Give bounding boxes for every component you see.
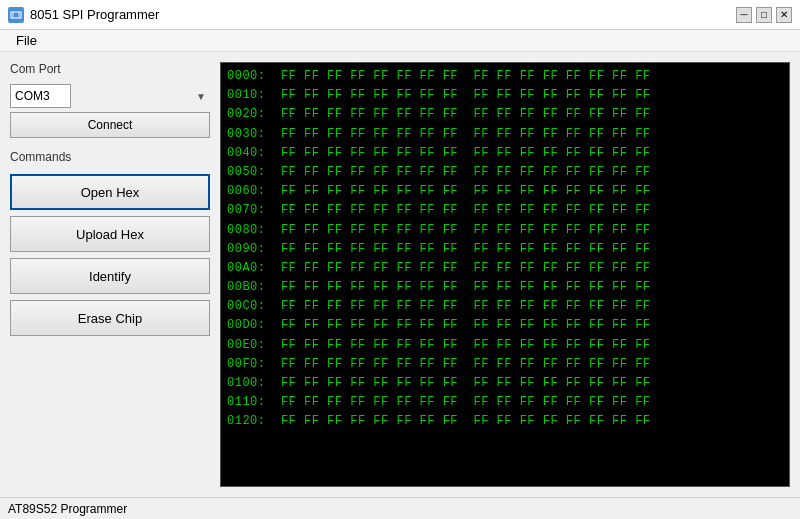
hex-line: 0060: FF FF FF FF FF FF FF FF FF FF FF F… xyxy=(227,182,783,201)
hex-line: 0080: FF FF FF FF FF FF FF FF FF FF FF F… xyxy=(227,221,783,240)
maximize-button[interactable]: □ xyxy=(756,7,772,23)
title-bar-controls[interactable]: ─ □ ✕ xyxy=(736,7,792,23)
com-port-group: Com Port COM1 COM2 COM3 COM4 ▼ Connect xyxy=(10,62,210,138)
hex-line: 0050: FF FF FF FF FF FF FF FF FF FF FF F… xyxy=(227,163,783,182)
hex-line: 00A0: FF FF FF FF FF FF FF FF FF FF FF F… xyxy=(227,259,783,278)
hex-line: 0040: FF FF FF FF FF FF FF FF FF FF FF F… xyxy=(227,144,783,163)
com-port-label: Com Port xyxy=(10,62,210,76)
hex-line: 00E0: FF FF FF FF FF FF FF FF FF FF FF F… xyxy=(227,336,783,355)
hex-line: 00F0: FF FF FF FF FF FF FF FF FF FF FF F… xyxy=(227,355,783,374)
app-icon xyxy=(8,7,24,23)
upload-hex-button[interactable]: Upload Hex xyxy=(10,216,210,252)
left-panel: Com Port COM1 COM2 COM3 COM4 ▼ Connect C… xyxy=(10,62,210,487)
hex-line: 0010: FF FF FF FF FF FF FF FF FF FF FF F… xyxy=(227,86,783,105)
hex-line: 0120: FF FF FF FF FF FF FF FF FF FF FF F… xyxy=(227,412,783,431)
hex-line: 0110: FF FF FF FF FF FF FF FF FF FF FF F… xyxy=(227,393,783,412)
status-text: AT89S52 Programmer xyxy=(8,502,127,516)
com-port-select-row: COM1 COM2 COM3 COM4 ▼ xyxy=(10,84,210,108)
identify-button[interactable]: Identify xyxy=(10,258,210,294)
menu-bar: File xyxy=(0,30,800,52)
hex-line: 00B0: FF FF FF FF FF FF FF FF FF FF FF F… xyxy=(227,278,783,297)
connect-button[interactable]: Connect xyxy=(10,112,210,138)
title-bar-left: 8051 SPI Programmer xyxy=(8,7,159,23)
window-title: 8051 SPI Programmer xyxy=(30,7,159,22)
main-content: Com Port COM1 COM2 COM3 COM4 ▼ Connect C… xyxy=(0,52,800,497)
commands-group: Commands Open Hex Upload Hex Identify Er… xyxy=(10,150,210,336)
svg-rect-0 xyxy=(11,12,21,18)
hex-display[interactable]: 0000: FF FF FF FF FF FF FF FF FF FF FF F… xyxy=(220,62,790,487)
hex-line: 0030: FF FF FF FF FF FF FF FF FF FF FF F… xyxy=(227,125,783,144)
title-bar: 8051 SPI Programmer ─ □ ✕ xyxy=(0,0,800,30)
hex-line: 0070: FF FF FF FF FF FF FF FF FF FF FF F… xyxy=(227,201,783,220)
erase-chip-button[interactable]: Erase Chip xyxy=(10,300,210,336)
select-arrow-icon: ▼ xyxy=(196,91,206,102)
com-port-select-wrapper: COM1 COM2 COM3 COM4 ▼ xyxy=(10,84,210,108)
hex-line: 0100: FF FF FF FF FF FF FF FF FF FF FF F… xyxy=(227,374,783,393)
com-port-select[interactable]: COM1 COM2 COM3 COM4 xyxy=(10,84,71,108)
hex-line: 0020: FF FF FF FF FF FF FF FF FF FF FF F… xyxy=(227,105,783,124)
hex-line: 00C0: FF FF FF FF FF FF FF FF FF FF FF F… xyxy=(227,297,783,316)
minimize-button[interactable]: ─ xyxy=(736,7,752,23)
close-button[interactable]: ✕ xyxy=(776,7,792,23)
hex-line: 00D0: FF FF FF FF FF FF FF FF FF FF FF F… xyxy=(227,316,783,335)
hex-line: 0090: FF FF FF FF FF FF FF FF FF FF FF F… xyxy=(227,240,783,259)
hex-line: 0000: FF FF FF FF FF FF FF FF FF FF FF F… xyxy=(227,67,783,86)
file-menu[interactable]: File xyxy=(8,31,45,50)
status-bar: AT89S52 Programmer xyxy=(0,497,800,519)
open-hex-button[interactable]: Open Hex xyxy=(10,174,210,210)
commands-label: Commands xyxy=(10,150,210,164)
